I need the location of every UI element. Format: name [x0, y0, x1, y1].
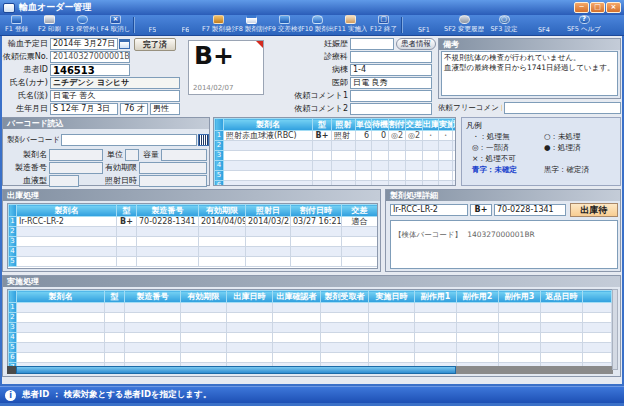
- order-row-1[interactable]: 1照射赤血球液(RBC)B+照射60◎2◎2・・・: [215, 131, 457, 141]
- col-header: 割付: [389, 119, 406, 131]
- order-row-4[interactable]: 4: [215, 161, 457, 171]
- product-detail-title: 製剤処理詳細: [386, 190, 620, 201]
- pregnancy-field[interactable]: [350, 38, 394, 50]
- minimize-button[interactable]: ─: [574, 2, 589, 13]
- toolbar-button-f11-execute-input[interactable]: F11 実施入力: [334, 15, 367, 35]
- toolbar-button-f1-register[interactable]: F1 登録: [0, 15, 33, 35]
- toolbar-separator: [401, 17, 403, 33]
- toolbar-button-f10-product-dispense[interactable]: F10 製剤出庫: [301, 15, 334, 35]
- barcode-product-name-label: 製剤名: [7, 149, 47, 161]
- status-bar: i 患者ID ： 検索対象とする患者IDを指定します。: [0, 386, 624, 403]
- toolbar-button-f2-print[interactable]: F2 印刷: [33, 15, 66, 35]
- execution-row-4[interactable]: 4: [9, 333, 612, 343]
- order-row-3[interactable]: 3: [215, 151, 457, 161]
- request-comment1-field[interactable]: [350, 90, 432, 102]
- patient-info-button[interactable]: 患者情報: [396, 38, 436, 50]
- calendar-icon[interactable]: [119, 39, 130, 49]
- order-row-6[interactable]: 6: [215, 181, 457, 187]
- vertical-scrollbar[interactable]: [612, 289, 618, 370]
- ward-field[interactable]: 1-4: [350, 64, 432, 76]
- barcode-volume-label: 容量: [141, 149, 159, 161]
- toolbar-button-f4-cancel[interactable]: ×F4 取消し: [99, 15, 132, 35]
- print-icon: [44, 15, 55, 24]
- blood-type-date: 2014/02/07: [193, 84, 233, 92]
- request-comment2-field[interactable]: [350, 103, 432, 115]
- execution-row-3[interactable]: 3: [9, 323, 612, 333]
- toolbar-button-sf3-settings[interactable]: ○SF3 設定: [484, 15, 524, 35]
- shipping-row-2[interactable]: 2: [9, 227, 378, 237]
- scrollbar-thumb[interactable]: [16, 366, 456, 374]
- toolbar-button-f12-exit[interactable]: ▢F12 終了: [367, 15, 400, 35]
- col-header: 照射日: [246, 205, 291, 217]
- dispense-icon: [312, 15, 323, 24]
- remarks-panel: 備考 不規則抗体の検査が行われていません。 血液型の最終検査日から1741日経過…: [438, 38, 621, 99]
- execution-panel: 実施処理 製剤名型製造番号有効期限出庫日時出庫確認者製剤受取者実施日時副作用1副…: [2, 275, 621, 377]
- info-icon: i: [5, 390, 16, 401]
- doctor-field[interactable]: 日電 良秀: [350, 77, 432, 89]
- col-header: 製造番号: [137, 205, 199, 217]
- product-barcode-input[interactable]: [61, 134, 197, 146]
- toolbar-button-f7-product-order[interactable]: F7 製剤発注: [202, 15, 235, 35]
- shipping-row-1[interactable]: 1Ir-RCC-LR-2B+70-0228-13412014/04/092014…: [9, 217, 378, 227]
- order-row-2[interactable]: 2: [215, 141, 457, 151]
- legend-item: ●：処理済: [544, 142, 616, 153]
- execution-row-2[interactable]: 2: [9, 313, 612, 323]
- department-field[interactable]: [350, 51, 432, 63]
- toolbar-button-f9-crossmatch[interactable]: F9 交差検査: [268, 15, 301, 35]
- doctor-label: 医師: [292, 77, 348, 89]
- cell-expiry: 2014/04/09: [199, 217, 246, 227]
- barcode-irradiation-field: [139, 175, 207, 187]
- toolbar-button-f6[interactable]: F6: [169, 15, 202, 35]
- completed-badge: 完了済: [134, 38, 176, 51]
- scrollbar-left-button[interactable]: [7, 366, 16, 374]
- barcode-irradiation-label: 照射日時: [105, 175, 137, 187]
- toolbar-button-sf4[interactable]: SF4: [524, 15, 564, 35]
- toolbar-button-sf1[interactable]: SF1: [404, 15, 444, 35]
- help-icon: ?: [579, 15, 590, 24]
- slip-no-field: 20140327000001BR: [50, 51, 130, 63]
- order-summary-table: 製剤名型照射単位待機割付交差出庫実施返品 1照射赤血球液(RBC)B+照射60◎…: [214, 118, 456, 186]
- col-header: 出庫: [423, 119, 439, 131]
- alert-corner-mark: [256, 41, 263, 48]
- cell-wait: 0: [372, 131, 389, 141]
- history-icon: [459, 15, 470, 24]
- close-button[interactable]: ×: [606, 2, 621, 13]
- order-row-5[interactable]: 5: [215, 171, 457, 181]
- window-title: 輸血オーダー管理: [19, 1, 91, 14]
- patient-id-field[interactable]: 146513: [50, 64, 130, 76]
- toolbar-button-sf2-change-history[interactable]: SF2 変更履歴: [444, 15, 484, 35]
- cell-cross: 適合: [342, 217, 378, 227]
- toolbar-button-f8-product-allocate[interactable]: F8 製剤割付: [235, 15, 268, 35]
- register-icon: [11, 15, 22, 24]
- sex-field: 男性: [150, 103, 180, 115]
- barcode-expiry-field: [139, 162, 207, 174]
- maximize-button[interactable]: □: [590, 2, 605, 13]
- shipping-row-3[interactable]: 3: [9, 237, 378, 247]
- barcode-volume-field: [161, 149, 207, 161]
- cell-product-name: 照射赤血球液(RBC): [224, 131, 313, 141]
- remarks-title: 備考: [439, 39, 620, 50]
- toolbar-button-sf5-help[interactable]: ?SF5 ヘルプ: [564, 15, 604, 35]
- col-header: 交差: [342, 205, 378, 217]
- execution-title: 実施処理: [3, 276, 620, 287]
- name-kana-field: ニチデンシ ヨシヒサ: [50, 77, 180, 89]
- shipping-row-4[interactable]: 4: [9, 247, 378, 257]
- title-bar: 輸血オーダー管理 ─ □ ×: [0, 0, 624, 15]
- shipping-row-5[interactable]: 5: [9, 257, 378, 267]
- toolbar-button-f3-storage-remove[interactable]: F3 保管外し: [66, 15, 99, 35]
- scheduled-date-field[interactable]: 2014年 3月27日: [50, 38, 118, 50]
- execution-row-5[interactable]: 5: [9, 343, 612, 353]
- cell-allocate: ◎2: [389, 131, 406, 141]
- age-field: 76 才: [120, 103, 148, 115]
- col-header: 製剤名: [17, 205, 117, 217]
- exit-icon: ▢: [378, 15, 389, 24]
- execution-row-1[interactable]: 1: [9, 303, 612, 313]
- horizontal-scrollbar[interactable]: [7, 366, 613, 374]
- toolbar-button-f5[interactable]: F5: [136, 15, 169, 35]
- execution-row-6[interactable]: 6: [9, 353, 612, 363]
- col-header: 副作用2: [457, 291, 499, 303]
- col-header: 実施: [439, 119, 453, 131]
- barcode-scan-icon[interactable]: [198, 134, 209, 146]
- status-text: 患者ID ： 検索対象とする患者IDを指定します。: [22, 389, 211, 401]
- free-comment-field[interactable]: [504, 102, 621, 114]
